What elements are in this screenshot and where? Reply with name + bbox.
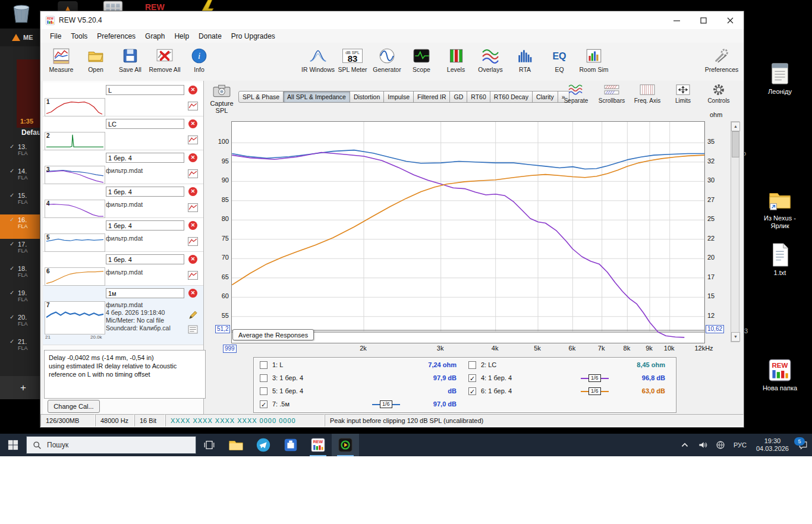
playlist-item-16[interactable]: ✓16.FLA [0,214,40,239]
tab-gd[interactable]: GD [450,91,467,103]
toolbar-remove-all-button[interactable]: Remove All [147,44,182,80]
maximize-button[interactable] [690,11,717,29]
menu-graph[interactable]: Graph [140,31,169,42]
tab-clarity[interactable]: Clarity [533,91,558,103]
graph-vertical-scrollbar[interactable]: ▲ ▼ [731,121,739,342]
legend-checkbox[interactable]: ✓ [468,374,476,382]
tab-rt60[interactable]: RT60 [467,91,490,103]
language-indicator[interactable]: РУС [729,434,751,456]
tab-rt60-decay[interactable]: RT60 Decay [490,91,533,103]
measurement-name-field[interactable] [106,220,184,231]
playlist-item-13[interactable]: ✓13.FLA [0,141,40,166]
toolbar-save-all-button[interactable]: Save All [113,44,147,80]
taskbar-recorder-icon[interactable] [332,434,359,456]
measurement-name-field[interactable] [106,288,184,298]
measurement-item-7[interactable]: ✕7фильтр.mdat4 бер. 2026 19:18:40Mic/Met… [43,286,203,345]
delete-measurement-button[interactable]: ✕ [188,255,197,264]
delete-measurement-button[interactable]: ✕ [188,289,197,298]
smoothing-control[interactable]: 1/6 [372,400,400,409]
volume-icon[interactable] [694,434,712,456]
delete-measurement-button[interactable]: ✕ [188,187,197,196]
playlist-item-17[interactable]: ✓17.FLA [0,239,40,263]
task-view-button[interactable] [196,434,222,456]
limits-button[interactable]: Limits [666,82,700,104]
mini-graph-icon[interactable] [188,237,198,246]
measurement-item-1[interactable]: ✕1 [43,83,203,116]
capture-spl-button[interactable]: Capture SPL [207,83,236,114]
measurement-item-5[interactable]: ✕5фильтр.mdat [43,218,203,252]
titlebar[interactable]: REW REW V5.20.4 [40,11,744,30]
scrollbar-thumb[interactable] [732,131,739,157]
tab-distortion[interactable]: Distortion [350,91,384,103]
start-button[interactable] [0,434,26,456]
legend-checkbox[interactable]: ✓ [260,400,267,408]
tab-spl-phase[interactable]: SPL & Phase [238,91,284,103]
measurement-name-field[interactable] [106,119,184,129]
playlist-item-15[interactable]: ✓15.FLA [0,190,40,214]
menu-help[interactable]: Help [169,31,194,42]
tab-filtered-ir[interactable]: Filtered IR [414,91,450,103]
desktop-icon-1-txt[interactable]: 1.txt [753,242,807,277]
taskbar-search[interactable]: Пошук [26,436,196,454]
legend-checkbox[interactable]: ✓ [468,387,476,395]
toolbar-measure-button[interactable]: Measure [44,44,78,80]
menu-pro-upgrades[interactable]: Pro Upgrades [226,31,280,42]
measurement-name-field[interactable] [106,187,184,197]
playlist-item-19[interactable]: ✓19.FLA [0,288,40,312]
smoothing-control[interactable]: 1/6 [581,387,609,396]
toolbar-room-sim-button[interactable]: Room Sim [577,44,611,80]
action-center-icon[interactable]: 5 [794,434,812,456]
taskbar-messenger-icon[interactable] [250,434,277,456]
menu-preferences[interactable]: Preferences [92,31,140,42]
delete-measurement-button[interactable]: ✕ [188,221,197,230]
toolbar-preferences-button[interactable]: Preferences [704,44,739,80]
toolbar-ir-windows-button[interactable]: IR Windows [301,44,335,80]
toolbar-eq-button[interactable]: EQEQ [542,44,577,80]
scrollbars-button[interactable]: Scrollbars [595,82,628,104]
controls-button[interactable]: Controls [702,82,735,104]
measurement-name-field[interactable] [106,85,184,95]
mini-graph-icon[interactable] [188,203,198,212]
measurement-item-2[interactable]: ✕2 [43,116,203,150]
y-axis-lower-limit[interactable]: 51,2 [215,325,230,333]
clock[interactable]: 19:30 04.03.2026 [751,434,794,456]
legend-checkbox[interactable] [260,361,267,369]
scroll-up-arrow[interactable]: ▲ [731,122,740,131]
mini-graph-icon[interactable] [188,135,198,144]
right-axis-lower-limit[interactable]: 10,62 [706,325,724,333]
minimize-button[interactable] [663,11,690,29]
playlist-item-20[interactable]: ✓20.FLA [0,312,40,336]
measurement-item-4[interactable]: ✕4фильтр.mdat [43,184,203,218]
menu-tools[interactable]: Tools [66,31,92,42]
separate-button[interactable]: Separate [559,82,593,104]
close-button[interactable] [717,11,744,29]
toolbar-levels-button[interactable]: Levels [439,44,473,80]
recycle-bin-icon[interactable] [8,0,34,25]
measurement-item-3[interactable]: ✕3фильтр.mdat [43,150,203,184]
toolbar-open-button[interactable]: Open [78,44,113,80]
playlist-item-21[interactable]: ✓21.FLA [0,336,40,361]
toolbar-rta-button[interactable]: RTA [508,44,542,80]
smoothing-control[interactable]: 1/6 [581,374,609,383]
tray-chevron-icon[interactable] [676,434,694,456]
measurement-item-6[interactable]: ✕6фильтр.mdat [43,252,203,286]
measurement-name-field[interactable] [106,153,184,163]
playlist-item-18[interactable]: ✓18.FLA [0,263,40,288]
toolbar-generator-button[interactable]: Generator [370,44,404,80]
scroll-down-arrow[interactable]: ▼ [731,332,740,342]
toolbar-spl-meter-button[interactable]: dB SPL83SPL Meter [335,44,370,80]
taskbar-rew-icon[interactable]: REW [304,434,332,456]
legend-checkbox[interactable] [260,374,267,382]
mini-graph-icon[interactable] [188,169,198,178]
change-cal-button[interactable]: Change Cal... [48,400,100,413]
taskbar-explorer-icon[interactable] [222,434,250,456]
desktop-icon-nexus[interactable]: Из Nexus - Ярлик [753,188,807,230]
edit-pencil-icon[interactable] [188,311,198,320]
mini-graph-icon[interactable] [188,271,198,280]
desktop-icon-item[interactable]: Леоніду [753,61,807,96]
delete-measurement-button[interactable]: ✕ [188,119,197,128]
delete-measurement-button[interactable]: ✕ [188,86,197,94]
taskbar-store-icon[interactable] [277,434,304,456]
spl-impedance-plot[interactable] [231,121,705,343]
menu-donate[interactable]: Donate [194,31,226,42]
